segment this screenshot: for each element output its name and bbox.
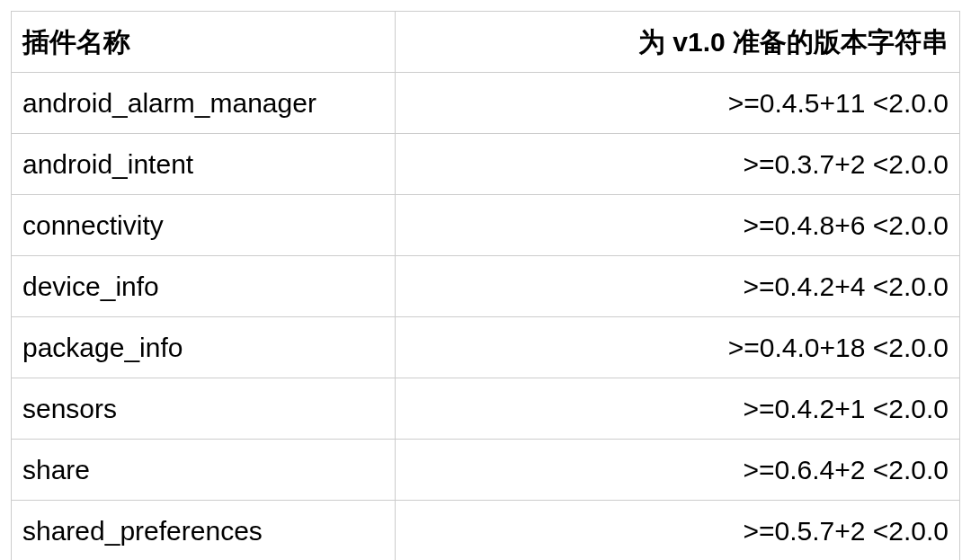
- cell-plugin-name: device_info: [12, 256, 396, 317]
- cell-plugin-name: connectivity: [12, 195, 396, 256]
- table-row: android_intent >=0.3.7+2 <2.0.0: [12, 134, 960, 195]
- table-row: share >=0.6.4+2 <2.0.0: [12, 440, 960, 501]
- cell-version-string: >=0.4.5+11 <2.0.0: [396, 73, 960, 134]
- cell-plugin-name: sensors: [12, 378, 396, 440]
- cell-version-string: >=0.3.7+2 <2.0.0: [396, 134, 960, 195]
- header-plugin-name: 插件名称: [12, 12, 396, 73]
- cell-plugin-name: shared_preferences: [12, 501, 396, 561]
- cell-version-string: >=0.6.4+2 <2.0.0: [396, 440, 960, 501]
- table-row: connectivity >=0.4.8+6 <2.0.0: [12, 195, 960, 256]
- cell-plugin-name: package_info: [12, 317, 396, 378]
- header-version-string: 为 v1.0 准备的版本字符串: [396, 12, 960, 73]
- table-row: package_info >=0.4.0+18 <2.0.0: [12, 317, 960, 378]
- table-header-row: 插件名称 为 v1.0 准备的版本字符串: [12, 12, 960, 73]
- table-row: shared_preferences >=0.5.7+2 <2.0.0: [12, 501, 960, 561]
- cell-version-string: >=0.4.2+4 <2.0.0: [396, 256, 960, 317]
- table-row: device_info >=0.4.2+4 <2.0.0: [12, 256, 960, 317]
- cell-version-string: >=0.4.0+18 <2.0.0: [396, 317, 960, 378]
- cell-version-string: >=0.5.7+2 <2.0.0: [396, 501, 960, 561]
- cell-plugin-name: android_alarm_manager: [12, 73, 396, 134]
- cell-version-string: >=0.4.2+1 <2.0.0: [396, 378, 960, 440]
- plugin-version-table: 插件名称 为 v1.0 准备的版本字符串 android_alarm_manag…: [11, 11, 960, 560]
- table-row: sensors >=0.4.2+1 <2.0.0: [12, 378, 960, 440]
- cell-plugin-name: share: [12, 440, 396, 501]
- cell-plugin-name: android_intent: [12, 134, 396, 195]
- cell-version-string: >=0.4.8+6 <2.0.0: [396, 195, 960, 256]
- table-row: android_alarm_manager >=0.4.5+11 <2.0.0: [12, 73, 960, 134]
